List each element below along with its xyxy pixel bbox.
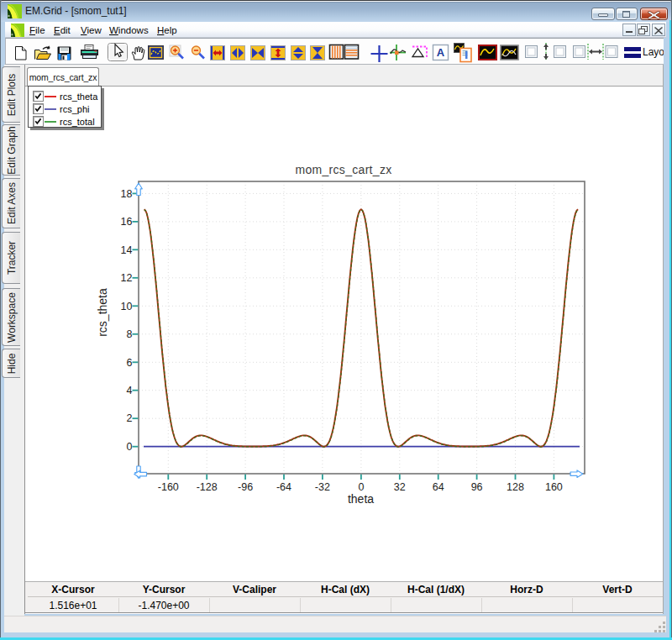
svg-text:10: 10	[121, 301, 133, 312]
svg-text:4: 4	[127, 385, 133, 396]
svg-text:theta: theta	[348, 492, 374, 506]
svg-text:128: 128	[507, 481, 524, 493]
svg-text:96: 96	[471, 481, 483, 493]
svg-text:14: 14	[121, 244, 133, 256]
svg-text:2: 2	[127, 412, 133, 424]
svg-text:16: 16	[121, 216, 133, 228]
svg-text:18: 18	[121, 188, 133, 200]
svg-text:6: 6	[127, 357, 133, 369]
svg-text:-128: -128	[197, 481, 218, 493]
svg-text:A: A	[437, 46, 445, 59]
svg-text:mom_rcs_cart_zx: mom_rcs_cart_zx	[296, 163, 392, 176]
svg-text:0: 0	[358, 481, 364, 493]
svg-text:rcs_theta: rcs_theta	[96, 288, 109, 337]
svg-text:32: 32	[394, 481, 406, 493]
svg-text:-96: -96	[238, 481, 253, 493]
svg-text:0: 0	[127, 441, 133, 453]
svg-text:160: 160	[545, 481, 563, 493]
svg-text:12: 12	[121, 272, 133, 284]
svg-text:64: 64	[433, 481, 444, 493]
svg-text:-64: -64	[276, 481, 291, 493]
svg-text:8: 8	[127, 328, 133, 340]
svg-text:-160: -160	[158, 481, 179, 493]
svg-text:Layout: Layout	[643, 46, 664, 58]
svg-text:-32: -32	[315, 481, 330, 493]
